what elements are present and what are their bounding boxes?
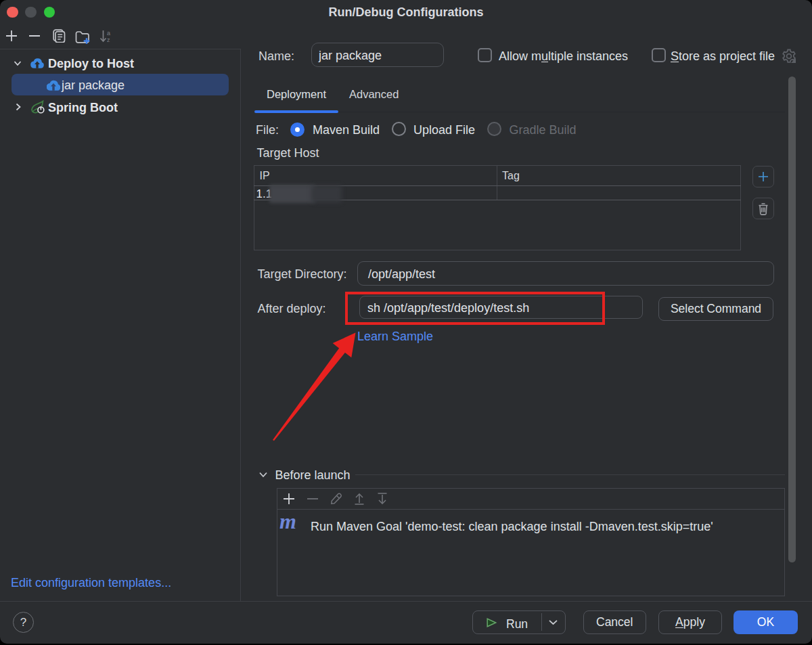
svg-text:a: a	[107, 30, 110, 37]
svg-text:z: z	[107, 37, 110, 43]
